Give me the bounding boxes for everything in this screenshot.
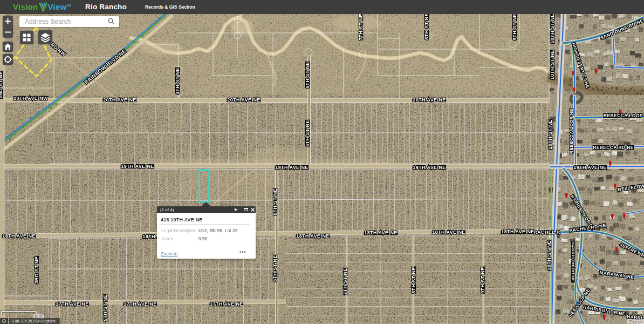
svg-text:HARRISON DR NE: HARRISON DR NE	[571, 241, 576, 282]
svg-text:8TH ST NE: 8TH ST NE	[411, 267, 416, 294]
svg-text:10TH ST NE: 10TH ST NE	[550, 14, 555, 44]
svg-text:18TH AVE NE: 18TH AVE NE	[2, 233, 35, 239]
svg-text:REBECCA RD NE: REBECCA RD NE	[593, 145, 634, 150]
svg-text:19TH AVE NE: 19TH AVE NE	[275, 165, 308, 170]
svg-text:7TH ST NE: 7TH ST NE	[342, 268, 348, 295]
svg-text:17TH AVE NE: 17TH AVE NE	[210, 301, 243, 307]
svg-text:18TH AVE NE: 18TH AVE NE	[364, 230, 397, 235]
svg-text:6TH ST NE: 6TH ST NE	[305, 62, 310, 89]
svg-text:19TH AVE NE: 19TH AVE NE	[573, 165, 606, 170]
svg-text:17TH AVE NE: 17TH AVE NE	[124, 301, 156, 307]
svg-text:19TH AVE NE: 19TH AVE NE	[413, 165, 446, 170]
svg-text:City of: City of	[629, 319, 642, 324]
svg-text:REBECCA LOOP NE: REBECCA LOOP NE	[569, 109, 574, 154]
svg-text:9TH ST NE: 9TH ST NE	[480, 267, 485, 294]
svg-text:REBECCA LOOP N: REBECCA LOOP N	[604, 113, 644, 118]
svg-text:18TH AVE NE: 18TH AVE NE	[501, 229, 534, 234]
svg-text:-106.725 35.294 Degrees: -106.725 35.294 Degrees	[11, 319, 56, 323]
svg-text:3RD ST NE: 3RD ST NE	[34, 256, 39, 284]
svg-text:20TH AVE NE: 20TH AVE NE	[413, 97, 446, 103]
svg-text:7TH ST NE: 7TH ST NE	[358, 14, 364, 40]
svg-text:18TH AVE NE: 18TH AVE NE	[296, 233, 329, 239]
svg-text:19TH AVE NE: 19TH AVE NE	[121, 164, 154, 169]
svg-text:18TH AVE NE: 18TH AVE NE	[432, 230, 465, 235]
svg-text:20TH AVE NE: 20TH AVE NE	[227, 97, 260, 103]
svg-text:5TH ST NE: 5TH ST NE	[102, 294, 108, 321]
svg-text:6TH ST NE: 6TH ST NE	[305, 120, 310, 147]
svg-text:6TH ST NE: 6TH ST NE	[272, 188, 278, 215]
svg-text:20TH AVE NE: 20TH AVE NE	[103, 97, 136, 103]
svg-text:10TH ST NE: 10TH ST NE	[546, 240, 552, 270]
svg-text:2ND ST NE: 2ND ST NE	[0, 71, 3, 99]
svg-text:6TH ST NE: 6TH ST NE	[272, 255, 278, 282]
svg-text:4TH ST NE: 4TH ST NE	[175, 68, 180, 94]
svg-text:8TH ST NE: 8TH ST NE	[424, 14, 429, 40]
svg-text:9TH ST NE: 9TH ST NE	[512, 14, 517, 40]
svg-text:10TH ST NE: 10TH ST NE	[550, 50, 555, 79]
svg-text:17TH AVE NE: 17TH AVE NE	[56, 301, 88, 307]
svg-text:RACHEL R: RACHEL R	[533, 230, 560, 235]
svg-text:10TH ST NE: 10TH ST NE	[547, 119, 553, 149]
svg-text:20TH AVE NW: 20TH AVE NW	[13, 96, 48, 101]
